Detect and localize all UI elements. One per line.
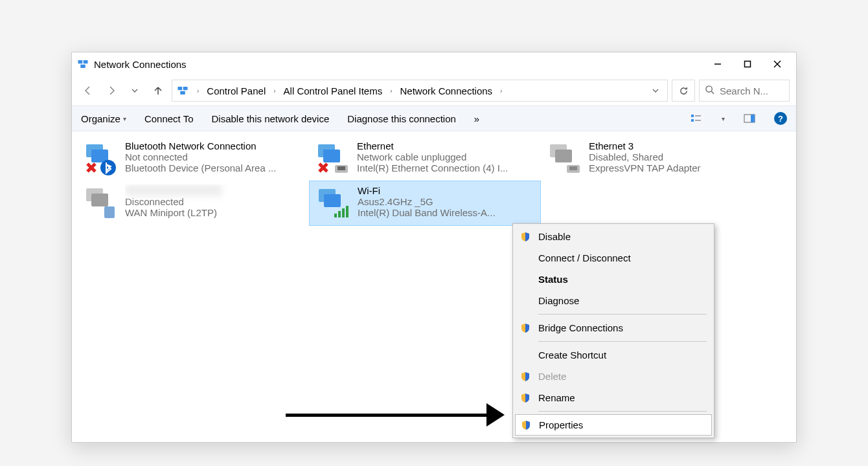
menu-connect-disconnect[interactable]: Connect / Disconnect <box>515 247 712 269</box>
ethernet-icon <box>314 140 350 177</box>
menu-separator <box>538 341 707 342</box>
menu-label: Disable <box>538 231 571 242</box>
up-button[interactable] <box>148 81 168 100</box>
svg-rect-8 <box>183 87 188 90</box>
menu-label: Status <box>538 274 568 285</box>
svg-rect-37 <box>346 206 348 217</box>
connections-grid: Bluetooth Network Connection Not connect… <box>77 137 791 226</box>
svg-rect-7 <box>178 87 183 90</box>
chevron-right-icon: › <box>194 87 201 94</box>
view-dropdown-icon[interactable]: ▾ <box>722 115 725 122</box>
chevron-right-icon: › <box>271 87 278 94</box>
toolbar: Organize▾ Connect To Disable this networ… <box>72 105 796 131</box>
maximize-button[interactable] <box>733 54 762 74</box>
svg-rect-28 <box>569 166 577 170</box>
svg-rect-17 <box>751 115 755 122</box>
connection-title-blurred <box>125 184 222 196</box>
shield-icon <box>519 322 532 335</box>
window-title: Network Connections <box>94 59 187 70</box>
forward-button[interactable] <box>102 81 121 100</box>
close-button[interactable] <box>762 54 792 74</box>
minimize-button[interactable] <box>703 54 733 74</box>
connection-title: Ethernet <box>357 140 536 151</box>
connection-status: Disabled, Shared <box>589 151 768 162</box>
connection-title: Wi-Fi <box>358 185 535 196</box>
connection-device: Intel(R) Dual Band Wireless-A... <box>358 207 535 218</box>
chevron-right-icon: › <box>387 87 394 94</box>
svg-rect-33 <box>324 194 341 207</box>
menu-label: Properties <box>539 419 583 430</box>
menu-bridge-connections[interactable]: Bridge Connections <box>515 317 712 338</box>
menu-disable[interactable]: Disable <box>515 226 712 247</box>
svg-point-20 <box>100 160 116 175</box>
connection-title: Ethernet 3 <box>589 140 768 151</box>
connection-device: WAN Miniport (L2TP) <box>125 207 304 218</box>
menu-label: Bridge Connections <box>538 322 623 333</box>
connection-device: Bluetooth Device (Personal Area ... <box>125 162 304 173</box>
network-connections-window: Network Connections › Control <box>71 52 797 443</box>
svg-rect-34 <box>334 214 337 217</box>
addressbar: › Control Panel › All Control Panel Item… <box>72 76 796 105</box>
connection-item-ethernet3[interactable]: Ethernet 3 Disabled, Shared ExpressVPN T… <box>541 137 773 181</box>
connect-to-button[interactable]: Connect To <box>144 113 194 124</box>
svg-rect-31 <box>104 206 115 218</box>
svg-rect-35 <box>338 211 341 217</box>
shield-icon <box>519 230 532 243</box>
preview-pane-icon[interactable] <box>743 112 756 125</box>
disable-device-button[interactable]: Disable this network device <box>211 113 329 124</box>
connection-status: Network cable unplugged <box>357 151 536 162</box>
toolbar-overflow[interactable]: » <box>474 113 479 124</box>
menu-properties[interactable]: Properties <box>515 414 712 436</box>
breadcrumb-icon <box>176 84 189 97</box>
breadcrumb-item[interactable]: Control Panel <box>204 84 268 98</box>
menu-rename[interactable]: Rename <box>515 387 712 408</box>
connection-item-bluetooth[interactable]: Bluetooth Network Connection Not connect… <box>77 137 309 181</box>
annotation-arrow <box>286 403 505 427</box>
breadcrumb-item[interactable]: All Control Panel Items <box>281 84 385 98</box>
svg-rect-1 <box>84 60 88 63</box>
menu-label: Delete <box>538 371 566 382</box>
connection-item-wifi[interactable]: Wi-Fi Asus2.4GHz _5G Intel(R) Dual Band … <box>309 181 541 226</box>
diagnose-button[interactable]: Diagnose this connection <box>347 113 456 124</box>
breadcrumb-item[interactable]: Network Connections <box>398 84 496 98</box>
svg-rect-13 <box>691 119 694 122</box>
menu-separator <box>538 411 707 412</box>
shield-icon <box>519 392 532 405</box>
breadcrumb[interactable]: › Control Panel › All Control Panel Item… <box>172 80 668 102</box>
svg-rect-2 <box>80 65 86 68</box>
svg-rect-0 <box>78 60 83 63</box>
bluetooth-network-icon <box>82 140 119 177</box>
svg-rect-24 <box>337 166 345 170</box>
menu-status[interactable]: Status <box>515 269 712 290</box>
content-area: Bluetooth Network Connection Not connect… <box>72 131 796 442</box>
context-menu: Disable Connect / Disconnect Status Diag… <box>512 223 714 438</box>
search-box[interactable] <box>699 80 790 102</box>
menu-label: Connect / Disconnect <box>538 252 631 263</box>
connection-item-ethernet[interactable]: Ethernet Network cable unplugged Intel(R… <box>309 137 541 181</box>
svg-point-10 <box>706 86 712 92</box>
organize-button[interactable]: Organize▾ <box>81 113 126 124</box>
back-button[interactable] <box>78 81 98 100</box>
search-input[interactable] <box>720 85 784 96</box>
recent-dropdown[interactable] <box>125 81 144 100</box>
shield-icon <box>520 419 532 432</box>
svg-rect-4 <box>745 61 751 67</box>
connection-status: Asus2.4GHz _5G <box>358 196 535 207</box>
titlebar: Network Connections <box>72 52 796 76</box>
view-options-icon[interactable] <box>691 112 703 125</box>
breadcrumb-dropdown[interactable] <box>648 85 663 96</box>
connection-title: Bluetooth Network Connection <box>125 140 304 151</box>
connection-device: Intel(R) Ethernet Connection (4) I... <box>357 162 536 173</box>
menu-label: Diagnose <box>538 295 579 306</box>
svg-rect-9 <box>180 91 185 94</box>
connection-item-wan[interactable]: Disconnected WAN Miniport (L2TP) <box>77 181 309 226</box>
svg-rect-12 <box>691 115 694 117</box>
menu-create-shortcut[interactable]: Create Shortcut <box>515 344 712 366</box>
refresh-button[interactable] <box>672 80 695 102</box>
help-icon[interactable]: ? <box>774 112 787 125</box>
window-icon <box>77 58 89 70</box>
menu-diagnose[interactable]: Diagnose <box>515 290 712 311</box>
search-icon <box>705 85 714 96</box>
connection-status: Disconnected <box>125 196 304 207</box>
shield-icon <box>519 370 532 383</box>
